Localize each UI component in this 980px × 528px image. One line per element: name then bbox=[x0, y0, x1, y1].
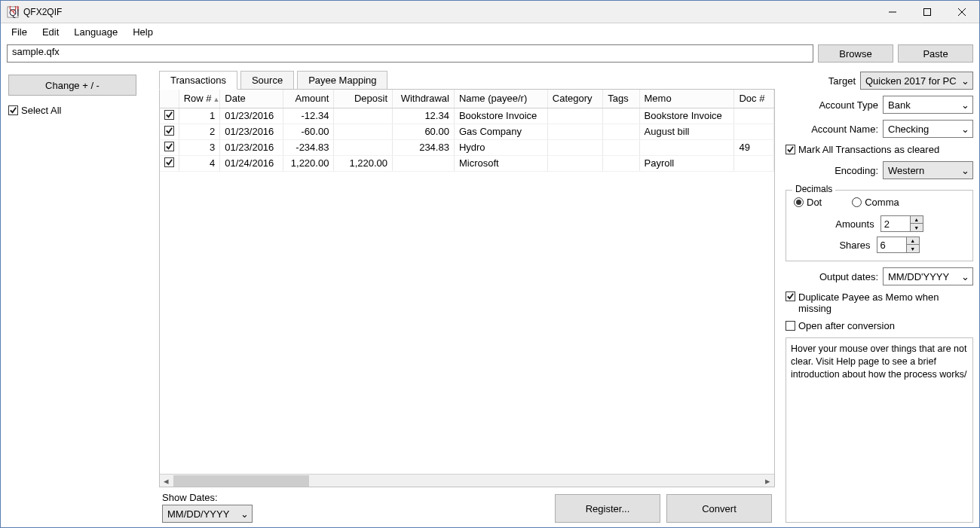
chevron-down-icon: ⌄ bbox=[961, 165, 969, 176]
col-deposit[interactable]: Deposit bbox=[334, 90, 393, 108]
row-checkbox[interactable] bbox=[164, 110, 174, 120]
select-all-row[interactable]: Select All bbox=[8, 105, 152, 116]
dot-radio[interactable]: Dot bbox=[794, 197, 822, 208]
menu-file[interactable]: File bbox=[4, 26, 35, 38]
cell-amount: -234.83 bbox=[283, 139, 334, 155]
amounts-label: Amounts bbox=[835, 218, 874, 230]
col-checkbox[interactable] bbox=[160, 90, 179, 108]
file-path-input[interactable]: sample.qfx bbox=[7, 44, 813, 63]
spin-down-icon[interactable]: ▼ bbox=[911, 224, 923, 231]
cell-deposit bbox=[334, 108, 393, 124]
left-pane: Change + / - Select All bbox=[1, 67, 159, 527]
register-button[interactable]: Register... bbox=[555, 494, 660, 523]
chevron-down-icon: ⌄ bbox=[240, 508, 249, 520]
convert-button[interactable]: Convert bbox=[666, 494, 772, 523]
output-dates-label: Output dates: bbox=[819, 271, 878, 282]
col-memo[interactable]: Memo bbox=[639, 90, 734, 108]
table-row[interactable]: 201/23/2016-60.0060.00Gas CompanyAugust … bbox=[160, 124, 774, 139]
row-checkbox[interactable] bbox=[164, 142, 174, 151]
row-checkbox[interactable] bbox=[164, 157, 174, 167]
grid-table: Row #▲ Date Amount Deposit Withdrawal Na… bbox=[160, 90, 774, 172]
cell-row: 1 bbox=[179, 108, 220, 124]
app-icon: QFXQIF bbox=[7, 6, 19, 18]
cell-doc: 49 bbox=[734, 139, 774, 155]
cell-name: Bookstore Invoice bbox=[454, 108, 547, 124]
scroll-thumb[interactable] bbox=[173, 475, 309, 487]
open-after-checkbox[interactable] bbox=[786, 321, 795, 331]
account-name-select[interactable]: Checking⌄ bbox=[883, 120, 973, 138]
tab-bar: Transactions Source Payee Mapping bbox=[159, 70, 775, 89]
menu-help[interactable]: Help bbox=[125, 26, 161, 38]
menu-language[interactable]: Language bbox=[66, 26, 125, 38]
cell-deposit: 1,220.00 bbox=[334, 155, 393, 171]
select-all-label: Select All bbox=[21, 105, 61, 116]
mark-cleared-row[interactable]: Mark All Transactions as cleared bbox=[786, 144, 973, 155]
col-withdrawal[interactable]: Withdrawal bbox=[393, 90, 455, 108]
open-after-row[interactable]: Open after conversion bbox=[786, 320, 973, 331]
cell-memo: Payroll bbox=[639, 155, 734, 171]
shares-spinner[interactable]: 6 ▲▼ bbox=[877, 237, 920, 253]
mark-cleared-checkbox[interactable] bbox=[786, 145, 795, 154]
spin-up-icon[interactable]: ▲ bbox=[911, 216, 923, 224]
encoding-select[interactable]: Western⌄ bbox=[883, 161, 973, 179]
tab-source[interactable]: Source bbox=[240, 71, 294, 90]
bottom-bar: Show Dates: MM/DD/YYYY ⌄ Register... Con… bbox=[159, 487, 775, 523]
scroll-left-icon[interactable]: ◂ bbox=[160, 475, 173, 487]
col-amount[interactable]: Amount bbox=[283, 90, 334, 108]
comma-radio[interactable]: Comma bbox=[852, 197, 899, 208]
cell-memo: Bookstore Invoice bbox=[639, 108, 734, 124]
col-tags[interactable]: Tags bbox=[603, 90, 639, 108]
chevron-down-icon: ⌄ bbox=[961, 99, 969, 111]
dup-payee-checkbox[interactable] bbox=[786, 291, 795, 301]
cell-date: 01/23/2016 bbox=[220, 124, 283, 139]
table-row[interactable]: 101/23/2016-12.3412.34Bookstore InvoiceB… bbox=[160, 108, 774, 124]
table-row[interactable]: 301/23/2016-234.83234.83Hydro49 bbox=[160, 139, 774, 155]
encoding-label: Encoding: bbox=[835, 165, 878, 176]
col-name[interactable]: Name (payee/r) bbox=[454, 90, 547, 108]
close-button[interactable] bbox=[945, 1, 979, 23]
col-doc[interactable]: Doc # bbox=[734, 90, 774, 108]
change-sign-button[interactable]: Change + / - bbox=[8, 75, 136, 96]
shares-label: Shares bbox=[839, 240, 870, 251]
target-select[interactable]: Quicken 2017 for PC⌄ bbox=[860, 72, 973, 90]
file-row: sample.qfx Browse Paste bbox=[1, 40, 979, 67]
cell-doc bbox=[734, 155, 774, 171]
maximize-button[interactable] bbox=[910, 1, 945, 23]
account-type-select[interactable]: Bank⌄ bbox=[883, 96, 973, 114]
dup-payee-row[interactable]: Duplicate Payee as Memo when missing bbox=[786, 291, 973, 314]
cell-withdrawal: 234.83 bbox=[393, 139, 455, 155]
col-date[interactable]: Date bbox=[220, 90, 283, 108]
cell-withdrawal: 12.34 bbox=[393, 108, 455, 124]
chevron-down-icon: ⌄ bbox=[961, 75, 969, 87]
cell-memo: August bill bbox=[639, 124, 734, 139]
main-area: Change + / - Select All Transactions Sou… bbox=[1, 67, 979, 527]
sort-asc-icon: ▲ bbox=[213, 96, 220, 103]
cell-withdrawal bbox=[393, 155, 455, 171]
paste-button[interactable]: Paste bbox=[898, 44, 973, 63]
spin-up-icon[interactable]: ▲ bbox=[907, 237, 919, 245]
minimize-button[interactable] bbox=[875, 1, 910, 23]
cell-doc bbox=[734, 124, 774, 139]
scroll-right-icon[interactable]: ▸ bbox=[761, 475, 774, 487]
col-row[interactable]: Row #▲ bbox=[179, 90, 220, 108]
select-all-checkbox[interactable] bbox=[8, 105, 18, 115]
row-checkbox[interactable] bbox=[164, 126, 174, 136]
cell-name: Microsoft bbox=[454, 155, 547, 171]
tab-transactions[interactable]: Transactions bbox=[159, 71, 237, 90]
header-row: Row #▲ Date Amount Deposit Withdrawal Na… bbox=[160, 90, 774, 108]
cell-category bbox=[547, 124, 602, 139]
col-category[interactable]: Category bbox=[547, 90, 602, 108]
table-row[interactable]: 401/24/20161,220.001,220.00MicrosoftPayr… bbox=[160, 155, 774, 171]
browse-button[interactable]: Browse bbox=[818, 44, 893, 63]
horizontal-scrollbar[interactable]: ◂ ▸ bbox=[160, 474, 774, 487]
cell-deposit bbox=[334, 139, 393, 155]
account-name-label: Account Name: bbox=[811, 124, 878, 135]
tab-payee-mapping[interactable]: Payee Mapping bbox=[297, 71, 387, 90]
spin-down-icon[interactable]: ▼ bbox=[907, 245, 919, 252]
output-dates-select[interactable]: MM/DD'YYYY⌄ bbox=[883, 267, 973, 285]
show-dates-select[interactable]: MM/DD/YYYY ⌄ bbox=[162, 505, 253, 523]
amounts-spinner[interactable]: 2 ▲▼ bbox=[880, 215, 923, 232]
cell-tags bbox=[603, 155, 639, 171]
menu-edit[interactable]: Edit bbox=[35, 26, 66, 38]
cell-category bbox=[547, 108, 602, 124]
